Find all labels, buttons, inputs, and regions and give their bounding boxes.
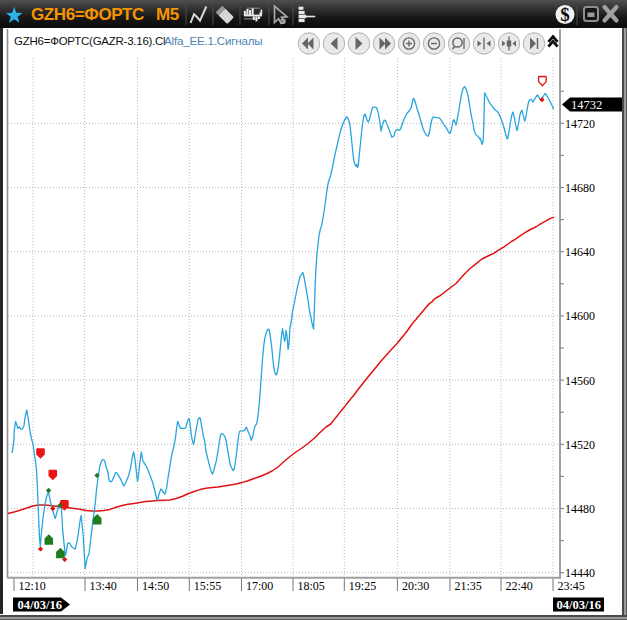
svg-text:23:45: 23:45 (558, 579, 585, 593)
svg-text:14640: 14640 (565, 245, 595, 259)
svg-text:14440: 14440 (565, 566, 595, 580)
svg-text:14:50: 14:50 (142, 579, 169, 593)
svg-text:14600: 14600 (565, 309, 595, 323)
svg-text:14680: 14680 (565, 181, 595, 195)
svg-text:$: $ (560, 4, 570, 25)
svg-text:14560: 14560 (565, 374, 595, 388)
svg-text:14732: 14732 (571, 98, 602, 112)
svg-text:18:05: 18:05 (298, 579, 325, 593)
svg-text:14520: 14520 (565, 438, 595, 452)
svg-text:17:00: 17:00 (246, 579, 273, 593)
svg-text:12:10: 12:10 (19, 579, 46, 593)
svg-text:14480: 14480 (565, 502, 595, 516)
svg-text:19:25: 19:25 (349, 579, 376, 593)
svg-text:13:40: 13:40 (90, 579, 117, 593)
svg-text:21:35: 21:35 (455, 579, 482, 593)
svg-text:22:40: 22:40 (506, 579, 533, 593)
svg-text:15:55: 15:55 (194, 579, 221, 593)
svg-text:20:30: 20:30 (402, 579, 429, 593)
svg-text:04/03/16: 04/03/16 (557, 598, 601, 612)
svg-text:04/03/16: 04/03/16 (18, 598, 62, 612)
svg-text:14720: 14720 (565, 117, 595, 131)
